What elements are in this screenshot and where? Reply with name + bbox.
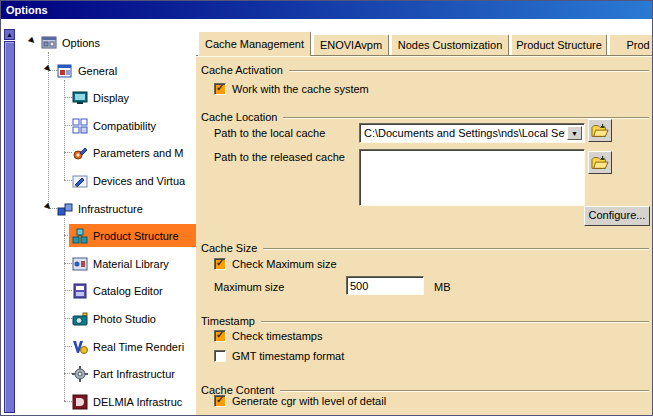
display-icon [72, 90, 88, 106]
photo-studio-icon [72, 311, 88, 327]
tree-item-label: Display [93, 92, 129, 104]
options-dialog: Options ▲ ▶Options▶GeneralDisplayCompati… [0, 0, 653, 416]
tree-connector-line [64, 80, 65, 180]
open-folder-icon [591, 123, 609, 139]
material-library-icon [72, 256, 88, 272]
delmia-icon [72, 394, 88, 410]
check-maximum-size-checkbox[interactable]: Check Maximum size [214, 257, 337, 271]
tree-item-label: Compatibility [93, 120, 156, 132]
tree-connector-line [64, 152, 72, 153]
infrastructure-icon [57, 201, 73, 217]
tree-item-label: Options [62, 37, 100, 49]
gmt-timestamp-checkbox[interactable]: GMT timestamp format [214, 349, 344, 363]
window-title: Options [6, 4, 48, 16]
tree-item-general[interactable]: General [57, 59, 117, 82]
group-title: Cache Location [201, 111, 283, 123]
tree-connector-line [64, 373, 72, 374]
tree-item-catalog-editor[interactable]: Catalog Editor [72, 279, 163, 302]
tree-expand-icon[interactable]: ▶ [27, 36, 37, 46]
group-title: Cache Activation [201, 64, 289, 76]
options-tree-panel: ▲ ▶Options▶GeneralDisplayCompatibilityPa… [1, 19, 196, 415]
scroll-up-icon[interactable]: ▲ [4, 29, 15, 40]
checkbox-label: Generate cgr with level of detail [232, 395, 386, 407]
tree-item-label: Real Time Renderi [93, 341, 184, 353]
general-icon [57, 63, 73, 79]
group-divider [280, 390, 649, 392]
checkbox-label: Work with the cache system [232, 83, 369, 95]
tree-item-label: Product Structure [93, 230, 179, 242]
checkbox-icon [214, 258, 226, 270]
browse-released-cache-button[interactable] [588, 151, 612, 174]
tree-item-parameters-and-m[interactable]: Parameters and M [72, 141, 183, 164]
catalog-editor-icon [72, 283, 88, 299]
tree-item-product-structure[interactable]: Product Structure [72, 224, 179, 247]
tree-connector-line [64, 290, 72, 291]
checkbox-label: Check timestamps [232, 330, 322, 342]
generate-cgr-checkbox[interactable]: Generate cgr with level of detail [214, 394, 386, 408]
group-divider [263, 248, 649, 250]
local-cache-path-combo[interactable]: C:\Documents and Settings\nds\Local Set … [359, 123, 585, 143]
tree-item-devices-and-virtua[interactable]: Devices and Virtua [72, 169, 185, 192]
work-with-cache-checkbox[interactable]: Work with the cache system [214, 82, 369, 96]
checkbox-icon [214, 350, 226, 362]
tab-product-structure[interactable]: Product Structure [511, 34, 607, 55]
tree-item-label: Material Library [93, 258, 169, 270]
group-cache-size: Cache Size [201, 241, 649, 255]
browse-local-cache-button[interactable] [588, 119, 612, 142]
group-divider [289, 70, 649, 72]
options-icon [41, 35, 57, 51]
scrollbar-thumb[interactable] [4, 41, 15, 413]
tree-item-label: Infrastructure [78, 203, 143, 215]
released-cache-path-label: Path to the released cache [214, 150, 345, 164]
tree-item-delmia-infrastruc[interactable]: DELMIA Infrastruc [72, 390, 182, 413]
group-timestamp: Timestamp [201, 314, 649, 328]
titlebar: Options [1, 1, 652, 19]
devices-icon [72, 173, 88, 189]
tree-expand-icon[interactable]: ▶ [43, 202, 53, 212]
tree-connector-line [64, 180, 72, 181]
tree-item-infrastructure[interactable]: Infrastructure [57, 197, 143, 220]
part-infrastructure-icon [72, 366, 88, 382]
group-title: Timestamp [201, 315, 261, 327]
tree-item-label: Part Infrastructur [93, 368, 175, 380]
tree-scrollbar[interactable]: ▲ [4, 29, 15, 413]
tab-prod[interactable]: Prod [609, 34, 652, 55]
cache-management-panel: Cache Activation Work with the cache sys… [196, 55, 652, 415]
tree-item-label: Photo Studio [93, 313, 156, 325]
tree-item-label: DELMIA Infrastruc [93, 396, 182, 408]
tree-connector-line [64, 97, 72, 98]
tree-item-part-infrastructur[interactable]: Part Infrastructur [72, 362, 175, 385]
checkbox-label: GMT timestamp format [232, 350, 344, 362]
released-cache-list[interactable] [359, 149, 585, 206]
check-timestamps-checkbox[interactable]: Check timestamps [214, 329, 322, 343]
checkbox-label: Check Maximum size [232, 258, 337, 270]
tree-item-display[interactable]: Display [72, 86, 129, 109]
checkbox-icon [214, 330, 226, 342]
tab-nodes-customization[interactable]: Nodes Customization [391, 34, 509, 55]
tab-cache-management[interactable]: Cache Management [198, 31, 311, 56]
group-cache-location: Cache Location [201, 110, 649, 124]
tree-expand-icon[interactable]: ▶ [43, 64, 53, 74]
chevron-down-icon[interactable]: ▼ [567, 126, 582, 140]
tree-connector-line [64, 263, 72, 264]
tree-item-photo-studio[interactable]: Photo Studio [72, 307, 156, 330]
tree-item-material-library[interactable]: Material Library [72, 252, 169, 275]
tree-item-compatibility[interactable]: Compatibility [72, 114, 156, 137]
tab-enoviavpm[interactable]: ENOVIAvpm [313, 34, 389, 55]
tree-item-label: General [78, 65, 117, 77]
tree-item-real-time-renderi[interactable]: Real Time Renderi [72, 335, 184, 358]
tree-connector-line [64, 401, 72, 402]
compatibility-icon [72, 118, 88, 134]
open-folder-icon [591, 155, 609, 171]
checkbox-icon [214, 395, 226, 407]
maximum-size-label: Maximum size [214, 280, 284, 294]
combo-value: C:\Documents and Settings\nds\Local Set [364, 127, 565, 139]
group-cache-activation: Cache Activation [201, 63, 649, 77]
tree-item-label: Catalog Editor [93, 285, 163, 297]
group-title: Cache Size [201, 242, 263, 254]
configure-button[interactable]: Configure... [584, 206, 650, 226]
tree-item-options[interactable]: Options [41, 31, 100, 54]
tree-item-label: Parameters and M [93, 147, 183, 159]
maximum-size-input[interactable] [346, 276, 424, 295]
local-cache-path-label: Path to the local cache [214, 126, 325, 140]
